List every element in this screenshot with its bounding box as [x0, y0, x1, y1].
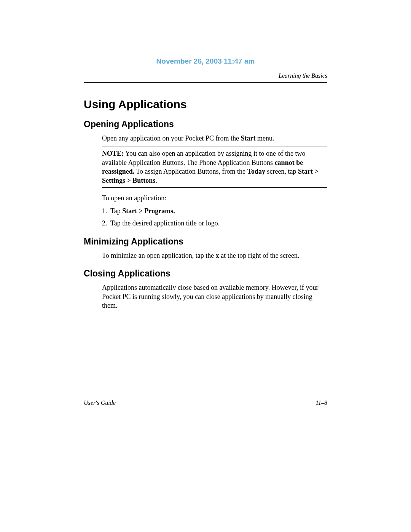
list-item: 1. Tap Start > Programs. — [102, 206, 327, 216]
list-number: 2. — [102, 219, 110, 228]
document-page: November 26, 2003 11:47 am Learning the … — [0, 0, 411, 532]
section-label: Learning the Basics — [84, 72, 327, 79]
text-segment: To assign Application Buttons, from the — [134, 168, 247, 175]
text-segment: Open any application on your Pocket PC f… — [102, 134, 241, 142]
list-text: Tap Start > Programs. — [110, 206, 175, 216]
footer-right: 11–8 — [315, 399, 327, 406]
closing-text: Applications automatically close based o… — [102, 283, 327, 310]
bold-start-programs: Start > Programs. — [122, 207, 175, 215]
heading-closing-applications: Closing Applications — [84, 268, 327, 279]
ordered-list: 1. Tap Start > Programs. 2. Tap the desi… — [102, 206, 327, 228]
top-rule — [84, 82, 327, 83]
list-number: 1. — [102, 206, 110, 216]
heading-opening-applications: Opening Applications — [84, 119, 327, 129]
page-title: Using Applications — [84, 98, 327, 111]
text-segment: Tap — [110, 207, 122, 215]
text-segment: at the top right of the screen. — [219, 252, 299, 259]
footer-row: User's Guide 11–8 — [84, 399, 327, 406]
page-footer: User's Guide 11–8 — [84, 397, 327, 406]
bold-start: Start — [241, 134, 255, 142]
minimizing-text: To minimize an open application, tap the… — [102, 251, 327, 260]
footer-left: User's Guide — [84, 399, 116, 406]
text-segment: To minimize an open application, tap the — [102, 252, 216, 259]
note-label: NOTE: — [102, 150, 124, 157]
opening-lead: To open an application: — [102, 194, 327, 203]
bold-x: x — [216, 252, 219, 259]
bold-today: Today — [247, 168, 265, 175]
text-segment: menu. — [255, 134, 274, 142]
text-segment: screen, tap — [265, 168, 298, 175]
note-box: NOTE: You can also open an application b… — [102, 147, 327, 188]
opening-intro: Open any application on your Pocket PC f… — [102, 134, 327, 143]
bottom-rule — [84, 397, 327, 397]
date-header: November 26, 2003 11:47 am — [84, 57, 327, 66]
list-item: 2. Tap the desired application title or … — [102, 219, 327, 228]
list-text: Tap the desired application title or log… — [110, 219, 220, 228]
heading-minimizing-applications: Minimizing Applications — [84, 236, 327, 247]
